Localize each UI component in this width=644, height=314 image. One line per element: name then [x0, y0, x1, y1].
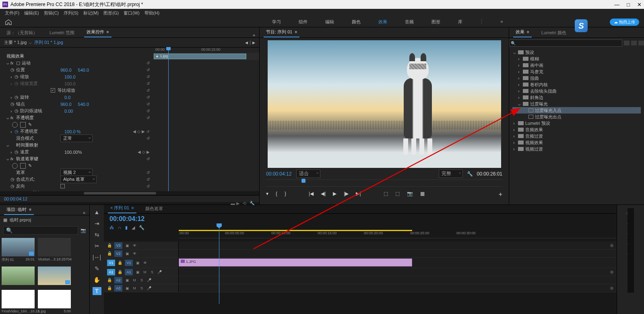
close-button[interactable]: ✕ [637, 2, 642, 8]
workspace-assembly[interactable]: 组件 [295, 18, 311, 26]
accel-filter-icon[interactable] [624, 41, 630, 45]
anchor-x[interactable]: 960.0 [60, 102, 72, 107]
tree-lumetri-presets[interactable]: ›Lumetri 预设 [512, 120, 641, 126]
speed-value[interactable]: 100.00% [64, 150, 82, 155]
project-overflow[interactable]: » [83, 210, 85, 215]
workspace-learn[interactable]: 学习 [269, 18, 284, 26]
motion-header[interactable]: 运动 [22, 60, 31, 66]
tree-mosaic[interactable]: ›马赛克 [512, 68, 641, 75]
wrench-icon[interactable]: 🔧 [139, 225, 144, 230]
tree-video-effects[interactable]: ›视频效果 [512, 139, 641, 146]
step-back-icon[interactable]: ◀| [321, 191, 326, 198]
tree-video-transitions[interactable]: ›视频过渡 [512, 146, 641, 152]
slip-tool[interactable]: |↔| [93, 253, 101, 261]
project-item[interactable]: FinalVideo_160…10.18 [2, 290, 35, 314]
work-area-bar[interactable] [179, 230, 412, 231]
workspace-libraries[interactable]: 库 [455, 18, 466, 26]
menu-graphics[interactable]: 图形(G) [102, 10, 120, 16]
home-icon[interactable] [5, 19, 12, 25]
tree-pip[interactable]: ›画中画 [512, 62, 641, 68]
tab-effect-controls[interactable]: 效果控件≡ [84, 27, 111, 37]
tab-program[interactable]: 节目: 序列 01≡ [264, 27, 299, 37]
program-viewport[interactable] [268, 40, 501, 168]
workspace-editing[interactable]: 编辑 [322, 18, 337, 26]
timeline-tab-matte[interactable]: 颜色遮罩 [143, 204, 165, 213]
opacity-value[interactable]: 100.0 % [64, 129, 80, 134]
menu-sequence[interactable]: 序列(S) [62, 10, 80, 16]
marker-icon[interactable]: ▮ [125, 225, 128, 230]
lift-icon[interactable]: ⬚ [384, 191, 388, 198]
comparison-icon[interactable]: ▦ [420, 191, 425, 198]
project-search-input[interactable] [3, 226, 78, 235]
matte-mask-pen[interactable]: ✎ [28, 163, 34, 169]
project-item[interactable] [38, 266, 71, 287]
tree-blur[interactable]: ›模糊 [512, 56, 641, 62]
preset-overexpose-in[interactable]: 过度曝光入点 [512, 107, 641, 114]
add-marker-icon[interactable]: ▾ [266, 191, 268, 198]
menu-marker[interactable]: 标记(M) [82, 10, 101, 16]
menu-file[interactable]: 文件(F) [3, 10, 21, 16]
32bit-filter-icon[interactable] [631, 41, 637, 45]
timeline-ruler[interactable]: :00:00 00:00:05:00 00:00:10:00 00:00:15:… [179, 231, 617, 238]
type-tool[interactable]: T [93, 287, 101, 295]
rotation-value[interactable]: 0.0 [64, 95, 70, 100]
project-item[interactable] [2, 266, 35, 287]
zoom-dropdown[interactable]: 适合 [296, 169, 320, 178]
razor-tool[interactable]: ✂ [93, 242, 101, 250]
scale-value[interactable]: 100.0 [64, 74, 76, 79]
track-v3[interactable]: 🔒V3▣👁 [104, 242, 617, 250]
effect-scrollbar[interactable] [0, 191, 259, 195]
track-a2[interactable]: 🔒A2▣MS🎤 [104, 276, 617, 284]
effect-timecode[interactable]: 00:00:04:12 [4, 196, 27, 201]
go-to-out-icon[interactable]: ▶| [356, 191, 361, 198]
prev-keyframe-icon[interactable]: ◀ [245, 41, 248, 45]
extract-icon[interactable]: ⬚ [395, 191, 400, 198]
track-matte-header[interactable]: 轨道遮罩键 [16, 156, 38, 162]
tab-project[interactable]: 项目: 临时≡ [4, 205, 34, 215]
mask-ellipse[interactable] [12, 122, 18, 128]
position-y[interactable]: 540.0 [78, 68, 89, 72]
project-item[interactable]: 1.jpg5:00 [38, 290, 71, 314]
menu-clip[interactable]: 剪辑(C) [42, 10, 60, 16]
track-v1[interactable]: V1🔒V1▣👁1.JPG [104, 258, 617, 268]
go-to-in-icon[interactable]: |◀ [309, 191, 314, 198]
next-keyframe-icon[interactable]: ▶ [252, 41, 255, 45]
track-a1[interactable]: A1🔒A1▣MS🎤 [104, 268, 617, 276]
tree-audio-effects[interactable]: ›音频效果 [512, 126, 641, 133]
settings-icon[interactable]: ◢ [132, 225, 135, 230]
timeline-timecode[interactable]: 00:00:04:12 [104, 214, 617, 224]
lumetri-header[interactable]: Lumetri 颜色 [16, 190, 41, 191]
workspace-overflow[interactable]: » [497, 18, 506, 26]
timeline-tab-sequence[interactable]: × 序列 01≡ [108, 203, 136, 213]
pen-tool[interactable]: ✎ [93, 264, 101, 273]
mark-out-icon[interactable]: } [285, 191, 286, 198]
snap-icon[interactable]: ⁂ [109, 225, 114, 230]
tab-source[interactable]: 源：（无剪辑） [4, 28, 40, 37]
mark-in-icon[interactable]: { [276, 191, 277, 198]
tree-distort[interactable]: ›扭曲 [512, 75, 641, 81]
tree-lens-distortion[interactable]: ›去除镜头扭曲 [512, 88, 641, 94]
workspace-audio[interactable]: 音频 [402, 18, 417, 26]
program-current-time[interactable]: 00:00:04:12 [266, 171, 291, 177]
menu-edit[interactable]: 编辑(E) [23, 10, 41, 16]
menu-window[interactable]: 窗口(W) [122, 10, 141, 16]
button-editor-icon[interactable]: + [499, 191, 502, 198]
settings-icon[interactable]: 🔧 [467, 171, 473, 177]
minimize-button[interactable]: — [614, 2, 619, 8]
antiflicker-value[interactable]: 0.00 [64, 109, 73, 114]
tree-audio-transitions[interactable]: ›音频过渡 [512, 133, 641, 139]
project-item[interactable]: Viceton…3:18:25704 [38, 238, 71, 263]
workspace-graphics[interactable]: 图形 [428, 18, 444, 26]
sequence-clip-label[interactable]: 序列 01 * 1.jpg [34, 39, 63, 45]
timeline-playhead[interactable] [219, 223, 219, 304]
effects-search-input[interactable] [509, 39, 622, 47]
tab-lumetri-scopes[interactable]: Lumetri 范围 [47, 28, 77, 37]
resolution-dropdown[interactable]: 完整 [439, 169, 463, 178]
tree-presets[interactable]: ⌵预设 [512, 49, 641, 56]
mask-rect[interactable] [20, 122, 26, 128]
blend-mode-dropdown[interactable]: 正常 [60, 134, 93, 142]
linked-selection-icon[interactable]: ∩ [118, 225, 121, 230]
time-remap-header[interactable]: 时间重映射 [16, 142, 38, 148]
project-item-sequence[interactable]: 序列 0126:01 [2, 238, 35, 263]
tab-lumetri-color[interactable]: Lumetri 颜色 [539, 28, 569, 37]
